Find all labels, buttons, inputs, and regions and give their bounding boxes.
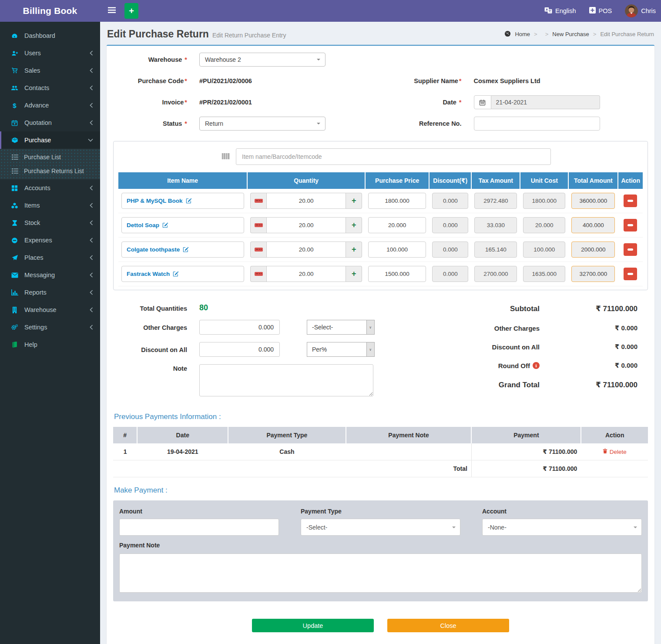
amount-input[interactable] — [119, 519, 279, 536]
sidebar-item-expenses[interactable]: Expenses — [0, 231, 100, 249]
warehouse-select[interactable]: Warehouse 2 — [199, 53, 325, 67]
language-menu[interactable]: English — [544, 7, 576, 15]
plus-square-icon — [589, 7, 596, 15]
previous-payments-table: # Date Payment Type Payment Note Payment… — [113, 427, 648, 477]
sidebar-item-dashboard[interactable]: Dashboard — [0, 27, 100, 44]
calendar-icon[interactable] — [474, 95, 491, 109]
remove-item-button[interactable] — [624, 243, 637, 256]
minus-icon — [627, 224, 633, 226]
remove-item-button[interactable] — [624, 268, 637, 280]
edit-purchase-return-card: Warehouse * Warehouse 2 Purchase Code* #… — [107, 45, 654, 644]
breadcrumb-home[interactable]: Home — [515, 31, 530, 37]
sidebar-item-accounts[interactable]: Accounts — [0, 179, 100, 197]
purchase-price-input[interactable] — [368, 217, 426, 233]
barcode-icon — [221, 152, 230, 162]
user-menu[interactable]: Chris — [625, 4, 656, 17]
edit-item-icon[interactable] — [173, 271, 178, 277]
other-charges-select[interactable]: -Select-∨ — [307, 320, 375, 335]
item-search-input[interactable] — [236, 148, 551, 165]
reference-field[interactable] — [474, 117, 600, 131]
purchase-price-input[interactable] — [368, 266, 426, 282]
sidebar-item-help[interactable]: Help — [0, 336, 100, 353]
sidebar-item-items[interactable]: Items — [0, 197, 100, 214]
discount-type-select[interactable]: Per%∨ — [307, 342, 375, 357]
purchase-code-label: Purchase Code* — [116, 77, 187, 84]
info-icon[interactable]: i — [533, 362, 540, 369]
discount-on-all-input[interactable] — [199, 342, 280, 357]
item-name-link[interactable]: Colgate toothpaste — [127, 246, 180, 253]
chevron-down-icon: ∨ — [366, 342, 374, 356]
hourglass-icon — [10, 220, 19, 226]
payment-note — [346, 443, 472, 460]
trash-icon — [603, 448, 607, 455]
sidebar-item-purchase[interactable]: Purchase — [0, 131, 100, 149]
sidebar-item-purchase-list[interactable]: Purchase List — [0, 150, 100, 164]
sidebar-item-purchase-returns-list[interactable]: Purchase Returns List — [0, 164, 100, 178]
sidebar-toggle-button[interactable] — [105, 5, 118, 17]
column-header: Action — [581, 427, 648, 443]
remove-item-button[interactable] — [624, 195, 637, 207]
sidebar-item-settings[interactable]: Settings — [0, 319, 100, 336]
quantity-decrease-button[interactable] — [250, 242, 266, 258]
home-icon — [504, 30, 511, 38]
app-logo: Billing Book — [0, 0, 100, 22]
other-charges-input[interactable] — [199, 320, 280, 335]
column-header: Payment Note — [346, 427, 472, 443]
quantity-increase-button[interactable]: + — [346, 266, 362, 282]
remove-item-button[interactable] — [624, 219, 637, 231]
unit-cost-field — [523, 242, 565, 258]
quantity-increase-button[interactable]: + — [346, 217, 362, 233]
payment-sno: 1 — [113, 443, 137, 460]
minus-icon — [627, 248, 633, 251]
quantity-increase-button[interactable]: + — [346, 242, 362, 258]
item-name-link[interactable]: Fastrack Watch — [127, 271, 170, 277]
sidebar-item-places[interactable]: Places — [0, 249, 100, 266]
close-button[interactable]: Close — [387, 619, 509, 632]
make-payment-title: Make Payment : — [114, 486, 648, 495]
user-plus-icon — [10, 50, 19, 57]
quantity-input[interactable] — [266, 266, 346, 282]
note-textarea[interactable] — [199, 364, 373, 396]
quick-add-button[interactable]: + — [124, 3, 138, 19]
purchase-price-input[interactable] — [368, 193, 426, 209]
sidebar-item-users[interactable]: Users — [0, 44, 100, 62]
sidebar-item-stock[interactable]: Stock — [0, 214, 100, 231]
sidebar-item-contacts[interactable]: Contacts — [0, 79, 100, 97]
sidebar-item-label: Places — [24, 254, 44, 261]
update-button[interactable]: Update — [252, 619, 374, 632]
quantity-decrease-button[interactable] — [250, 266, 266, 282]
quantity-increase-button[interactable]: + — [346, 193, 362, 209]
payment-type-select[interactable]: -Select- — [301, 519, 460, 536]
sidebar-item-messaging[interactable]: Messaging — [0, 266, 100, 284]
hamburger-icon — [108, 7, 116, 15]
sidebar-item-reports[interactable]: Reports — [0, 284, 100, 301]
edit-item-icon[interactable] — [183, 247, 188, 252]
edit-item-icon[interactable] — [162, 222, 168, 228]
edit-item-icon[interactable] — [186, 198, 191, 204]
quantity-decrease-button[interactable] — [250, 217, 266, 233]
sidebar-item-advance[interactable]: $Advance — [0, 97, 100, 114]
breadcrumb-new-purchase[interactable]: New Purchase — [552, 31, 589, 37]
sidebar-item-sales[interactable]: Sales — [0, 62, 100, 79]
item-name-link[interactable]: PHP & MySQL Book — [127, 198, 183, 204]
pos-button[interactable]: POS — [589, 7, 612, 15]
item-name-link[interactable]: Dettol Soap — [127, 222, 159, 228]
status-select[interactable]: Return — [199, 117, 325, 131]
sidebar-item-quotation[interactable]: Quotation — [0, 114, 100, 131]
quantity-input[interactable] — [266, 217, 346, 233]
purchase-price-input[interactable] — [368, 242, 426, 258]
account-select[interactable]: -None- — [482, 519, 642, 536]
payment-note-textarea[interactable] — [119, 553, 642, 593]
item-row: Colgate toothpaste+ — [118, 238, 643, 262]
chevron-left-icon — [89, 103, 93, 108]
column-header: Total Amount — [568, 172, 618, 189]
quantity-input[interactable] — [266, 193, 346, 209]
quantity-decrease-button[interactable] — [250, 193, 266, 209]
bar-chart-icon — [10, 289, 19, 295]
delete-payment-button[interactable]: Delete — [603, 448, 627, 455]
sidebar-item-warehouse[interactable]: Warehouse — [0, 301, 100, 319]
envelope-icon — [10, 272, 19, 278]
dollar-icon: $ — [10, 102, 19, 109]
book-icon — [10, 342, 19, 348]
quantity-input[interactable] — [266, 242, 346, 258]
